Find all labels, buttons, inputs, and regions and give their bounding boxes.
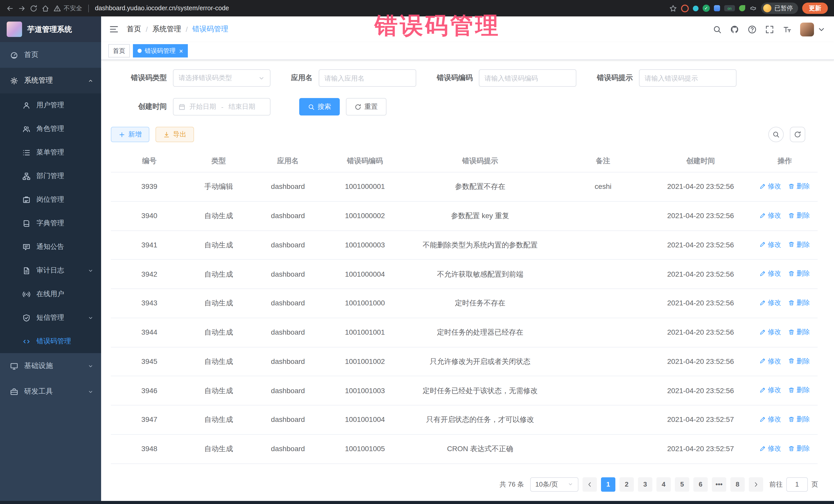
error-code-value: 1001000002	[345, 211, 385, 221]
app-name-input[interactable]	[319, 69, 416, 87]
profile-emoji-icon	[763, 4, 771, 12]
app-logo-row[interactable]: 芋道管理系统	[0, 17, 101, 42]
delete-link[interactable]: 删除	[788, 356, 810, 366]
user-menu[interactable]	[800, 22, 826, 36]
breadcrumb-system[interactable]: 系统管理	[152, 25, 181, 34]
sidebar-item-label: 菜单管理	[37, 148, 93, 157]
sidebar-item-notice[interactable]: 通知公告	[0, 235, 101, 259]
refresh-table-button[interactable]	[790, 127, 805, 142]
cell-type: 自动生成	[188, 347, 249, 376]
forward-icon[interactable]	[18, 4, 26, 12]
delete-link[interactable]: 删除	[788, 298, 810, 308]
sidebar-item-role[interactable]: 角色管理	[0, 117, 101, 140]
delete-link[interactable]: 删除	[788, 414, 810, 424]
cell-code: 1001000001	[326, 172, 403, 201]
sidebar-item-tool[interactable]: 研发工具	[0, 379, 101, 404]
export-button[interactable]: 导出	[155, 127, 194, 142]
font-size-icon[interactable]	[783, 25, 791, 34]
extension-icon[interactable]	[681, 4, 689, 12]
edit-link[interactable]: 修改	[760, 356, 781, 366]
fullscreen-icon[interactable]	[765, 25, 774, 34]
security-label[interactable]: 不安全	[53, 4, 82, 13]
breadcrumb-home[interactable]: 首页	[127, 25, 141, 34]
reload-icon[interactable]	[30, 4, 38, 12]
goto-label: 前往	[769, 480, 783, 489]
page-button-8[interactable]: 8	[730, 477, 745, 491]
extension-icon[interactable]: ✓	[703, 5, 710, 12]
delete-link[interactable]: 删除	[788, 181, 810, 191]
edit-link[interactable]: 修改	[760, 239, 781, 249]
pager-ellipsis[interactable]: •••	[712, 477, 726, 491]
close-icon[interactable]: ×	[179, 47, 183, 54]
error-code-input[interactable]	[479, 69, 576, 87]
cell-remark	[557, 289, 649, 318]
extensions-puzzle-icon[interactable]	[749, 4, 757, 12]
prev-page-button[interactable]	[583, 477, 597, 491]
edit-link[interactable]: 修改	[760, 443, 781, 454]
next-page-button[interactable]	[749, 477, 763, 491]
edit-link[interactable]: 修改	[760, 181, 781, 191]
page-size-select[interactable]: 10条/页	[530, 477, 578, 491]
sidebar-item-dashboard[interactable]: 首页	[0, 42, 101, 68]
delete-link[interactable]: 删除	[788, 269, 810, 279]
error-msg-input[interactable]	[639, 69, 737, 87]
back-icon[interactable]	[6, 4, 14, 12]
page-button-5[interactable]: 5	[675, 477, 689, 491]
delete-link[interactable]: 删除	[788, 211, 810, 220]
github-icon[interactable]	[730, 25, 739, 34]
home-icon[interactable]	[42, 4, 49, 12]
page-button-1[interactable]: 1	[601, 477, 615, 491]
search-icon[interactable]	[713, 25, 722, 34]
edit-link[interactable]: 修改	[760, 385, 781, 395]
update-button[interactable]: 更新	[802, 3, 828, 14]
cell-actions: 修改删除	[752, 231, 817, 260]
extension-icon[interactable]: on	[724, 5, 735, 11]
toggle-search-button[interactable]	[768, 127, 784, 142]
delete-link[interactable]: 删除	[788, 385, 810, 395]
delete-link[interactable]: 删除	[788, 239, 810, 249]
hamburger-icon[interactable]	[109, 25, 118, 34]
extension-icon[interactable]	[693, 5, 699, 11]
goto-page-input[interactable]	[786, 477, 808, 491]
reset-button[interactable]: 重置	[346, 98, 387, 115]
cell-id: 3943	[111, 289, 188, 318]
date-range-picker[interactable]: 开始日期 - 结束日期	[173, 98, 270, 115]
edit-link[interactable]: 修改	[760, 211, 781, 220]
extension-icon[interactable]	[739, 5, 745, 11]
page-button-4[interactable]: 4	[656, 477, 671, 491]
sidebar-item-sms[interactable]: 短信管理	[0, 306, 101, 329]
sidebar-item-log[interactable]: 审计日志	[0, 259, 101, 282]
tab-home[interactable]: 首页	[108, 44, 130, 58]
extension-icon[interactable]	[714, 5, 720, 11]
edit-link[interactable]: 修改	[760, 269, 781, 279]
sidebar-item-menu[interactable]: 菜单管理	[0, 140, 101, 164]
avatar[interactable]	[800, 22, 814, 36]
delete-link[interactable]: 删除	[788, 327, 810, 337]
edit-link[interactable]: 修改	[760, 414, 781, 424]
sidebar-item-user[interactable]: 用户管理	[0, 93, 101, 117]
sidebar-item-gear[interactable]: 系统管理	[0, 68, 101, 93]
help-icon[interactable]	[748, 25, 756, 34]
sidebar-item-online[interactable]: 在线用户	[0, 282, 101, 306]
cell-message: 不允许获取敏感配置到前端	[403, 260, 557, 289]
column-header: 编号	[111, 150, 188, 172]
bookmark-star-icon[interactable]	[669, 4, 677, 12]
page-button-3[interactable]: 3	[638, 477, 652, 491]
sidebar-item-infra[interactable]: 基础设施	[0, 353, 101, 379]
sidebar-item-dept[interactable]: 部门管理	[0, 164, 101, 188]
edit-link[interactable]: 修改	[760, 327, 781, 337]
page-button-6[interactable]: 6	[694, 477, 708, 491]
chevron-down-icon	[817, 25, 826, 34]
sidebar-item-error-code[interactable]: 错误码管理	[0, 329, 101, 353]
tab-error-code[interactable]: 错误码管理×	[133, 44, 188, 58]
delete-link[interactable]: 删除	[788, 443, 810, 454]
edit-link[interactable]: 修改	[760, 298, 781, 308]
page-button-2[interactable]: 2	[619, 477, 634, 491]
address-bar[interactable]: dashboard.yudao.iocoder.cn/system/error-…	[95, 5, 229, 12]
error-type-select[interactable]: 请选择错误码类型	[173, 69, 270, 87]
add-button[interactable]: 新增	[111, 127, 149, 142]
search-button[interactable]: 搜索	[299, 98, 340, 115]
sidebar-item-dict[interactable]: 字典管理	[0, 212, 101, 235]
paused-badge[interactable]: 已暂停	[761, 3, 798, 14]
sidebar-item-post[interactable]: 岗位管理	[0, 188, 101, 212]
